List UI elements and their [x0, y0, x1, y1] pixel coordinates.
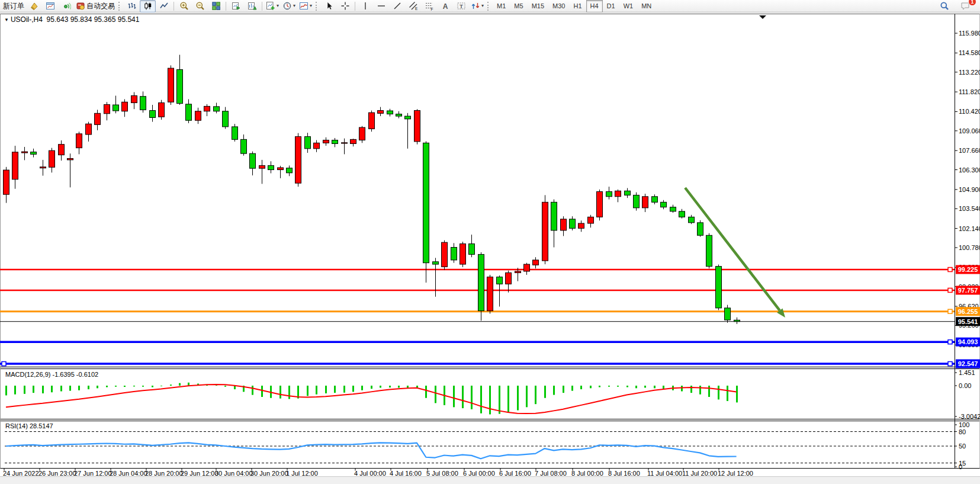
channel-icon: E [409, 1, 418, 11]
candle-body [323, 140, 329, 143]
arrange1-icon [232, 1, 241, 11]
price-axis-label: 102.140 [959, 225, 980, 232]
candlestick-button[interactable] [140, 0, 156, 12]
price-axis-label: 114.580 [959, 49, 980, 56]
zoom-out-button[interactable] [192, 0, 208, 12]
bars-icon [127, 1, 137, 11]
candle-body [150, 111, 156, 118]
candle-body [433, 262, 439, 264]
dropdown-caret-icon[interactable]: ▾ [277, 4, 279, 8]
periods-button[interactable]: ▾ [281, 0, 297, 12]
candle-body [104, 105, 110, 114]
timeframe-button-m1[interactable]: M1 [493, 0, 510, 12]
candle-body [689, 217, 695, 223]
time-axis-label: 29 Jun 12:00 [181, 470, 219, 477]
time-axis-label: 1 Jul 12:00 [286, 470, 318, 477]
indicators-button[interactable]: ▾ [297, 0, 314, 12]
new-order-button[interactable]: 新订单 [1, 0, 26, 12]
auto-trading-button-label: 自动交易 [86, 1, 115, 11]
price-axis-label: 100.780 [959, 244, 980, 251]
line-handle[interactable] [948, 309, 952, 313]
line-chart-button[interactable] [156, 0, 172, 12]
price-axis-label: 115.980 [959, 30, 980, 37]
timeframe-button-d1[interactable]: D1 [603, 0, 619, 12]
candle-body [734, 320, 740, 321]
line-handle[interactable] [948, 268, 952, 272]
text-label-button[interactable]: T [453, 0, 469, 12]
candle-body [159, 102, 165, 117]
timeframe-button-mn[interactable]: MN [637, 0, 656, 12]
timeframe-button-m5[interactable]: M5 [510, 0, 527, 12]
fibo-icon: F [425, 1, 434, 11]
crosshair-button[interactable] [337, 0, 353, 12]
toolbar-separator [262, 2, 262, 11]
tile-windows-button[interactable] [208, 0, 224, 12]
candle-body [533, 260, 539, 265]
horizontal-line-button[interactable] [373, 0, 389, 12]
zoom-in-button[interactable] [176, 0, 192, 12]
line-handle[interactable] [2, 362, 6, 366]
line-handle[interactable] [948, 362, 952, 366]
toolbar-grip[interactable] [487, 2, 491, 11]
auto-trading-button[interactable]: 自动交易 [74, 0, 117, 12]
timeframe-button-h4[interactable]: H4 [586, 0, 603, 12]
timeframe-button-w1[interactable]: W1 [619, 0, 638, 12]
new-chart-button[interactable]: ▾ [264, 0, 281, 12]
tile-icon [211, 1, 221, 11]
time-axis-label: 8 Jul 00:00 [571, 470, 603, 477]
toolbar-grip[interactable] [118, 2, 122, 11]
dropdown-caret-icon[interactable]: ▾ [310, 4, 312, 8]
candle-body [186, 104, 192, 120]
candle-body [295, 137, 301, 184]
timeframe-button-m30[interactable]: M30 [548, 0, 569, 12]
candle-body [250, 153, 256, 168]
vline-icon [361, 1, 370, 11]
cascade-windows-button[interactable] [244, 0, 260, 12]
dropdown-caret-icon[interactable]: ▾ [481, 4, 484, 8]
candle-body [451, 247, 457, 259]
candle-body [369, 113, 375, 129]
arrows-button[interactable]: ▾ [469, 0, 486, 12]
fibonacci-button[interactable]: F [421, 0, 437, 12]
time-axis-label: 27 Jun 12:00 [74, 470, 112, 477]
chat-button[interactable]: 1 [957, 0, 973, 12]
equidistant-channel-button[interactable]: E [405, 0, 421, 12]
dropdown-caret-icon[interactable]: ▾ [293, 4, 295, 8]
candle-body [506, 273, 512, 284]
trend-arrow-annotation[interactable] [685, 188, 780, 310]
signal-icon [62, 1, 71, 11]
candle-body [542, 202, 548, 261]
timeframe-button-m15[interactable]: M15 [528, 0, 548, 12]
candle-body [95, 113, 101, 124]
chart-window-icon-button[interactable] [42, 0, 58, 12]
cursor-icon [324, 1, 334, 11]
arrange-windows-button[interactable] [228, 0, 244, 12]
line-handle[interactable] [948, 340, 952, 344]
textA-icon: A [441, 1, 450, 11]
chart-window[interactable]: 115.980114.580113.220111.820110.420109.0… [0, 13, 980, 477]
search-button[interactable] [936, 0, 952, 12]
price-axis-label: 103.540 [959, 205, 980, 212]
candle-body [214, 107, 220, 111]
toolbar-separator [226, 2, 226, 11]
text-button[interactable]: A [437, 0, 453, 12]
chart-shift-marker-icon[interactable] [759, 15, 766, 19]
macd-signal-line [6, 384, 737, 414]
chart-dropdown-icon[interactable]: ▼ [4, 17, 9, 23]
cursor-button[interactable] [321, 0, 337, 12]
line-handle[interactable] [948, 288, 952, 292]
seal-icon-button[interactable] [26, 0, 42, 12]
macd-axis-label: 1.451 [959, 369, 975, 376]
signal-icon-button[interactable] [58, 0, 74, 12]
candle-body [442, 242, 448, 267]
bar-chart-button[interactable] [124, 0, 140, 12]
candle-body [679, 211, 685, 217]
vertical-line-button[interactable] [357, 0, 373, 12]
trendline-button[interactable] [389, 0, 405, 12]
timeframe-button-h1[interactable]: H1 [569, 0, 586, 12]
candle-body [12, 152, 18, 180]
trend-icon [393, 1, 402, 11]
toolbar-grip[interactable] [316, 2, 319, 11]
chart-canvas[interactable]: 115.980114.580113.220111.820110.420109.0… [0, 13, 980, 477]
rsi-axis-label: 0 [959, 463, 962, 470]
